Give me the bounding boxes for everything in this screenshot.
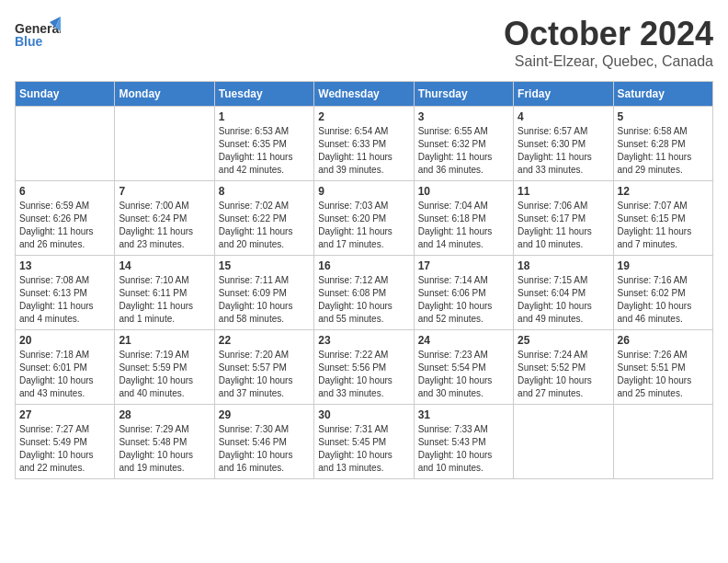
day-info: Sunrise: 7:00 AM Sunset: 6:24 PM Dayligh… — [119, 200, 210, 251]
day-info: Sunrise: 7:20 AM Sunset: 5:57 PM Dayligh… — [219, 349, 310, 400]
logo: General Blue — [15, 15, 61, 56]
day-info: Sunrise: 7:15 AM Sunset: 6:04 PM Dayligh… — [518, 274, 609, 326]
header-thursday: Thursday — [414, 82, 513, 107]
day-info: Sunrise: 7:29 AM Sunset: 5:48 PM Dayligh… — [119, 423, 210, 475]
calendar-header-row: Sunday Monday Tuesday Wednesday Thursday… — [16, 82, 713, 107]
calendar-cell: 15Sunrise: 7:11 AM Sunset: 6:09 PM Dayli… — [214, 256, 313, 330]
calendar-cell — [613, 405, 712, 479]
page-header: General Blue October 2024 Saint-Elzear, … — [15, 15, 713, 70]
day-info: Sunrise: 7:33 AM Sunset: 5:43 PM Dayligh… — [418, 423, 509, 475]
day-info: Sunrise: 7:02 AM Sunset: 6:22 PM Dayligh… — [219, 200, 310, 251]
day-info: Sunrise: 7:14 AM Sunset: 6:06 PM Dayligh… — [418, 274, 509, 326]
title-block: October 2024 Saint-Elzear, Quebec, Canad… — [504, 15, 713, 70]
calendar-cell: 5Sunrise: 6:58 AM Sunset: 6:28 PM Daylig… — [613, 107, 712, 181]
day-info: Sunrise: 6:57 AM Sunset: 6:30 PM Dayligh… — [518, 125, 609, 177]
day-info: Sunrise: 7:04 AM Sunset: 6:18 PM Dayligh… — [418, 200, 509, 251]
calendar-cell: 12Sunrise: 7:07 AM Sunset: 6:15 PM Dayli… — [613, 181, 712, 256]
calendar-cell: 2Sunrise: 6:54 AM Sunset: 6:33 PM Daylig… — [314, 107, 414, 181]
day-info: Sunrise: 7:30 AM Sunset: 5:46 PM Dayligh… — [219, 423, 310, 475]
header-friday: Friday — [514, 82, 613, 107]
calendar-cell: 25Sunrise: 7:24 AM Sunset: 5:52 PM Dayli… — [514, 330, 613, 405]
day-number: 5 — [618, 110, 709, 123]
calendar-table: Sunday Monday Tuesday Wednesday Thursday… — [15, 81, 713, 479]
day-number: 14 — [119, 259, 210, 272]
day-number: 25 — [518, 334, 609, 347]
calendar-cell: 17Sunrise: 7:14 AM Sunset: 6:06 PM Dayli… — [414, 256, 513, 330]
calendar-cell — [514, 405, 613, 479]
day-number: 16 — [318, 259, 409, 272]
calendar-cell: 10Sunrise: 7:04 AM Sunset: 6:18 PM Dayli… — [414, 181, 513, 256]
day-number: 17 — [418, 259, 509, 272]
calendar-cell: 30Sunrise: 7:31 AM Sunset: 5:45 PM Dayli… — [314, 405, 414, 479]
day-info: Sunrise: 6:55 AM Sunset: 6:32 PM Dayligh… — [418, 125, 509, 177]
day-number: 2 — [318, 110, 409, 123]
day-info: Sunrise: 7:22 AM Sunset: 5:56 PM Dayligh… — [318, 349, 409, 400]
header-sunday: Sunday — [16, 82, 115, 107]
day-number: 29 — [219, 408, 310, 421]
day-info: Sunrise: 7:07 AM Sunset: 6:15 PM Dayligh… — [618, 200, 709, 251]
calendar-cell: 27Sunrise: 7:27 AM Sunset: 5:49 PM Dayli… — [16, 405, 115, 479]
day-info: Sunrise: 7:18 AM Sunset: 6:01 PM Dayligh… — [19, 349, 110, 400]
calendar-cell: 22Sunrise: 7:20 AM Sunset: 5:57 PM Dayli… — [214, 330, 313, 405]
day-number: 15 — [219, 259, 310, 272]
calendar-cell: 8Sunrise: 7:02 AM Sunset: 6:22 PM Daylig… — [214, 181, 313, 256]
day-number: 21 — [119, 334, 210, 347]
day-info: Sunrise: 6:53 AM Sunset: 6:35 PM Dayligh… — [219, 125, 310, 177]
day-info: Sunrise: 7:27 AM Sunset: 5:49 PM Dayligh… — [19, 423, 110, 475]
calendar-cell: 29Sunrise: 7:30 AM Sunset: 5:46 PM Dayli… — [214, 405, 313, 479]
day-info: Sunrise: 6:58 AM Sunset: 6:28 PM Dayligh… — [618, 125, 709, 177]
day-info: Sunrise: 7:19 AM Sunset: 5:59 PM Dayligh… — [119, 349, 210, 400]
calendar-cell — [16, 107, 115, 181]
day-number: 19 — [618, 259, 709, 272]
day-number: 7 — [119, 185, 210, 198]
location-subtitle: Saint-Elzear, Quebec, Canada — [504, 53, 713, 70]
day-number: 8 — [219, 185, 310, 198]
calendar-cell: 7Sunrise: 7:00 AM Sunset: 6:24 PM Daylig… — [115, 181, 214, 256]
header-wednesday: Wednesday — [314, 82, 414, 107]
day-number: 10 — [418, 185, 509, 198]
day-number: 30 — [318, 408, 409, 421]
header-saturday: Saturday — [613, 82, 712, 107]
day-number: 9 — [318, 185, 409, 198]
calendar-cell: 20Sunrise: 7:18 AM Sunset: 6:01 PM Dayli… — [16, 330, 115, 405]
week-row-4: 20Sunrise: 7:18 AM Sunset: 6:01 PM Dayli… — [16, 330, 713, 405]
calendar-cell: 21Sunrise: 7:19 AM Sunset: 5:59 PM Dayli… — [115, 330, 214, 405]
week-row-5: 27Sunrise: 7:27 AM Sunset: 5:49 PM Dayli… — [16, 405, 713, 479]
day-number: 28 — [119, 408, 210, 421]
logo-icon: General Blue — [15, 15, 61, 56]
day-number: 20 — [19, 334, 110, 347]
calendar-cell: 4Sunrise: 6:57 AM Sunset: 6:30 PM Daylig… — [514, 107, 613, 181]
day-info: Sunrise: 7:10 AM Sunset: 6:11 PM Dayligh… — [119, 274, 210, 326]
day-number: 24 — [418, 334, 509, 347]
calendar-cell: 31Sunrise: 7:33 AM Sunset: 5:43 PM Dayli… — [414, 405, 513, 479]
day-info: Sunrise: 7:16 AM Sunset: 6:02 PM Dayligh… — [618, 274, 709, 326]
calendar-cell: 14Sunrise: 7:10 AM Sunset: 6:11 PM Dayli… — [115, 256, 214, 330]
calendar-cell: 1Sunrise: 6:53 AM Sunset: 6:35 PM Daylig… — [214, 107, 313, 181]
day-number: 1 — [219, 110, 310, 123]
calendar-cell — [115, 107, 214, 181]
day-number: 27 — [19, 408, 110, 421]
day-number: 18 — [518, 259, 609, 272]
day-info: Sunrise: 7:03 AM Sunset: 6:20 PM Dayligh… — [318, 200, 409, 251]
calendar-cell: 23Sunrise: 7:22 AM Sunset: 5:56 PM Dayli… — [314, 330, 414, 405]
day-number: 6 — [19, 185, 110, 198]
day-info: Sunrise: 7:12 AM Sunset: 6:08 PM Dayligh… — [318, 274, 409, 326]
day-number: 31 — [418, 408, 509, 421]
calendar-cell: 11Sunrise: 7:06 AM Sunset: 6:17 PM Dayli… — [514, 181, 613, 256]
calendar-cell: 24Sunrise: 7:23 AM Sunset: 5:54 PM Dayli… — [414, 330, 513, 405]
calendar-cell: 9Sunrise: 7:03 AM Sunset: 6:20 PM Daylig… — [314, 181, 414, 256]
week-row-1: 1Sunrise: 6:53 AM Sunset: 6:35 PM Daylig… — [16, 107, 713, 181]
header-tuesday: Tuesday — [214, 82, 313, 107]
month-title: October 2024 — [504, 15, 713, 53]
day-number: 26 — [618, 334, 709, 347]
day-number: 13 — [19, 259, 110, 272]
day-number: 11 — [518, 185, 609, 198]
day-info: Sunrise: 7:08 AM Sunset: 6:13 PM Dayligh… — [19, 274, 110, 326]
calendar-cell: 13Sunrise: 7:08 AM Sunset: 6:13 PM Dayli… — [16, 256, 115, 330]
day-info: Sunrise: 7:31 AM Sunset: 5:45 PM Dayligh… — [318, 423, 409, 475]
header-monday: Monday — [115, 82, 214, 107]
calendar-cell: 6Sunrise: 6:59 AM Sunset: 6:26 PM Daylig… — [16, 181, 115, 256]
day-info: Sunrise: 7:26 AM Sunset: 5:51 PM Dayligh… — [618, 349, 709, 400]
day-number: 23 — [318, 334, 409, 347]
day-info: Sunrise: 6:59 AM Sunset: 6:26 PM Dayligh… — [19, 200, 110, 251]
